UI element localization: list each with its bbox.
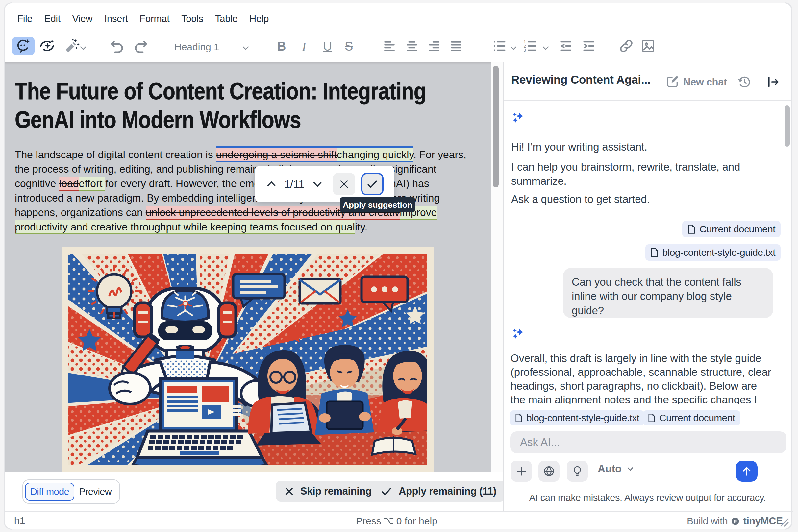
svg-text:3: 3 (524, 48, 526, 53)
